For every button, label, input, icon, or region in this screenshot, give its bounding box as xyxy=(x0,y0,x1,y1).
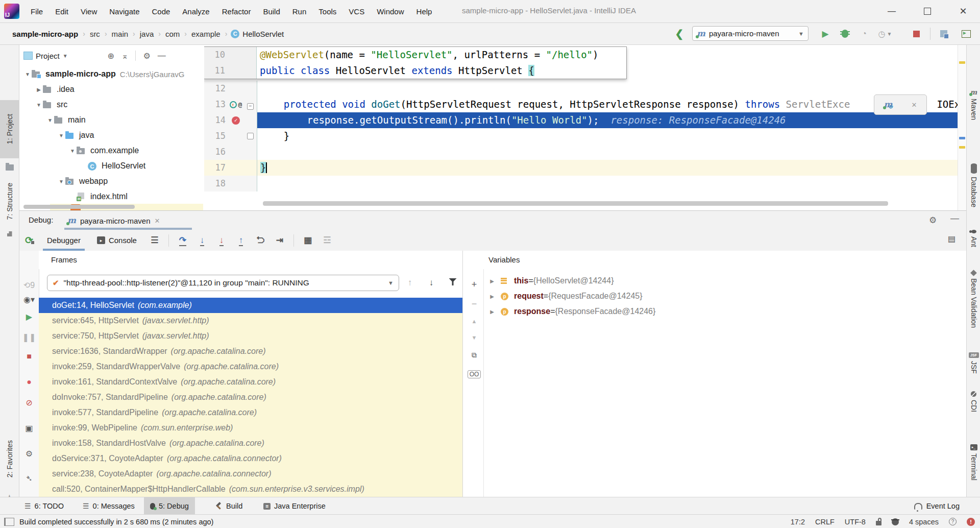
close-icon[interactable]: ✕ xyxy=(912,101,917,109)
breadcrumb-item-sample-micro-app[interactable]: sample-micro-app xyxy=(11,30,79,38)
toolwindow-button-6-todo[interactable]: ☰6: TODO xyxy=(18,497,70,515)
step-over-icon[interactable]: ↷ xyxy=(173,235,192,246)
toolwindow-button-0-messages[interactable]: ☰0: Messages xyxy=(77,497,141,515)
debug-button[interactable] xyxy=(836,23,853,44)
scroll-up-icon[interactable]: ▲ xyxy=(465,318,483,324)
toolwindow-button-java-enterprise[interactable]: ≣Java Enterprise xyxy=(257,497,332,515)
maximize-button[interactable] xyxy=(913,0,942,22)
tree-item-index.html[interactable]: Hindex.html xyxy=(19,189,204,204)
menu-build[interactable]: Build xyxy=(257,7,286,16)
stripe-tab-ant[interactable]: Ant xyxy=(967,230,980,247)
chevron-expanded-icon[interactable]: ▼ xyxy=(68,148,77,154)
line-separator[interactable]: CRLF xyxy=(815,518,835,526)
rerun-icon[interactable]: ⟳ xyxy=(19,234,39,246)
breadcrumb-item-com[interactable]: com xyxy=(164,30,181,38)
menu-help[interactable]: Help xyxy=(410,7,438,16)
frame-row[interactable]: invoke:259, StandardWrapperValve(org.apa… xyxy=(39,359,462,374)
stripe-tab-bean-validation[interactable]: Bean Validation xyxy=(967,271,980,328)
tree-item-src[interactable]: ▼src xyxy=(19,97,204,112)
menu-tools[interactable]: Tools xyxy=(312,7,342,16)
tree-item-com.example[interactable]: ▼com.example xyxy=(19,143,204,158)
thread-dropdown[interactable]: ✔ "http-thread-pool::http-listener(2)"@1… xyxy=(47,275,399,291)
scroll-down-icon[interactable]: ▼ xyxy=(465,334,483,341)
frame-row[interactable]: invoke:158, StandardHostValve(org.apache… xyxy=(39,436,462,451)
info-stripe-mark[interactable] xyxy=(959,137,965,139)
fold-icon[interactable]: − xyxy=(247,103,254,110)
frame-row[interactable]: invoke:577, StandardPipeline(org.apache.… xyxy=(39,405,462,420)
chevron-expanded-icon[interactable]: ▼ xyxy=(35,102,43,108)
menu-analyze[interactable]: Analyze xyxy=(176,7,215,16)
menu-window[interactable]: Window xyxy=(371,7,410,16)
question-gear-icon[interactable]: ? xyxy=(949,518,957,525)
frame-row[interactable]: service:1636, StandardWrapper(org.apache… xyxy=(39,344,462,359)
menu-refactor[interactable]: Refactor xyxy=(216,7,257,16)
file-encoding[interactable]: UTF-8 xyxy=(845,518,866,526)
breadcrumb-item-java[interactable]: java xyxy=(139,30,155,38)
tree-item-java[interactable]: ▼java xyxy=(19,128,204,143)
frame-row[interactable]: service:238, CoyoteAdapter(org.apache.ca… xyxy=(39,466,462,482)
profiler-button[interactable]: ◷▼ xyxy=(874,23,896,44)
tree-item-main[interactable]: ▼main xyxy=(19,112,204,128)
caret-position[interactable]: 17:2 xyxy=(791,518,805,526)
toolwindow-button-5-debug[interactable]: 5: Debug xyxy=(144,497,195,515)
vertical-scrollbar[interactable] xyxy=(958,45,966,210)
folder-icon[interactable] xyxy=(0,162,19,173)
menu-view[interactable]: View xyxy=(75,7,103,16)
step-into-icon[interactable]: ↓ xyxy=(192,235,212,246)
search-everywhere-button[interactable] xyxy=(976,23,980,44)
trace-settings-icon[interactable]: ☲ xyxy=(317,235,337,246)
stop-button[interactable] xyxy=(909,23,924,44)
variable-row[interactable]: ▶presponse = {ResponseFacade@14246} xyxy=(483,304,966,319)
duplicate-watch-icon[interactable]: ⧉ xyxy=(465,351,483,359)
hide-panel-icon[interactable]: — xyxy=(158,51,166,60)
warning-stripe-mark[interactable] xyxy=(959,61,965,64)
tree-item-sample-micro-app[interactable]: ▼sample-micro-appC:\Users\jGauravG xyxy=(19,66,204,82)
tree-item-webapp[interactable]: ▼webapp xyxy=(19,174,204,189)
code-line-14[interactable]: 14✓ response.getOutputStream().println("… xyxy=(204,112,958,128)
stripe-tab-jsf[interactable]: JSFJSF xyxy=(967,352,980,374)
panel-splitter[interactable] xyxy=(462,251,463,497)
horizontal-scrollbar[interactable] xyxy=(263,201,888,206)
chevron-collapsed-icon[interactable]: ▶ xyxy=(483,294,501,299)
frame-row[interactable]: doInvoke:757, StandardPipeline(org.apach… xyxy=(39,390,462,405)
code-line-17[interactable]: 17} xyxy=(204,160,958,176)
tree-item-HelloServlet[interactable]: CHelloServlet xyxy=(19,158,204,174)
collapse-all-icon[interactable]: ⌅ xyxy=(121,51,128,61)
menu-edit[interactable]: Edit xyxy=(49,7,75,16)
frame-row[interactable]: invoke:99, WebPipeline(com.sun.enterpris… xyxy=(39,420,462,436)
grid-icon[interactable] xyxy=(0,230,19,238)
mute-breakpoints-icon[interactable]: ⊘ xyxy=(19,398,39,407)
code-line-12[interactable]: 12 xyxy=(204,81,958,97)
gear-icon[interactable]: ⚙ xyxy=(143,51,150,61)
gear-icon[interactable]: ⚙ xyxy=(929,215,937,226)
fatal-error-badge[interactable]: ! xyxy=(967,518,975,526)
stripe-tab-terminal[interactable]: ▸_Terminal xyxy=(967,444,980,481)
run-button[interactable]: ▶ xyxy=(817,23,834,44)
toolwindow-button-build[interactable]: Build xyxy=(209,497,249,515)
maven-reload-popup[interactable]: m ✕ xyxy=(874,94,927,115)
code-line-13[interactable]: 13↑@− protected void doGet(HttpServletRe… xyxy=(204,97,958,112)
tree-item-.idea[interactable]: ▶.idea xyxy=(19,82,204,97)
menu-vcs[interactable]: VCS xyxy=(342,7,371,16)
breadcrumb-item-src[interactable]: src xyxy=(89,30,101,38)
watch-return-values-icon[interactable]: OO xyxy=(465,368,483,379)
fold-icon[interactable] xyxy=(247,133,254,139)
resume-icon[interactable]: ▶ xyxy=(19,312,39,322)
coverage-button[interactable]: ◔ xyxy=(856,23,872,44)
breakpoint-icon[interactable]: ✓ xyxy=(232,116,240,125)
code-line-10[interactable]: 10@WebServlet(name = "HelloServlet", url… xyxy=(204,47,626,63)
hide-panel-icon[interactable]: — xyxy=(950,213,959,224)
write-lock-icon[interactable] xyxy=(876,521,881,525)
code-line-16[interactable]: 16 xyxy=(204,144,958,160)
toolwindow-switcher-icon[interactable] xyxy=(4,518,14,526)
close-button[interactable]: ✕ xyxy=(948,0,978,22)
frame-row[interactable]: doService:371, CoyoteAdapter(org.apache.… xyxy=(39,451,462,466)
chevron-expanded-icon[interactable]: ▼ xyxy=(23,71,32,77)
variable-row[interactable]: ▶this = {HelloServlet@14244} xyxy=(483,273,966,289)
chevron-expanded-icon[interactable]: ▼ xyxy=(57,179,65,184)
menu-navigate[interactable]: Navigate xyxy=(103,7,145,16)
frame-row[interactable]: invoke:161, StandardContextValve(org.apa… xyxy=(39,374,462,390)
breadcrumb-item-class[interactable]: CHelloServlet xyxy=(231,30,284,38)
chevron-expanded-icon[interactable]: ▼ xyxy=(57,133,65,138)
debug-settings-icon[interactable]: ⚙ xyxy=(19,449,39,459)
